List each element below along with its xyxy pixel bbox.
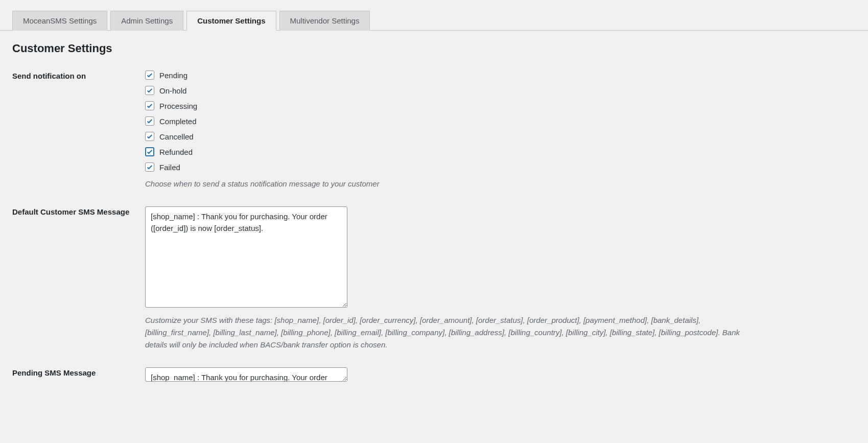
checkbox-refunded[interactable] bbox=[145, 147, 154, 156]
checkbox-row-cancelled: Cancelled bbox=[145, 132, 758, 141]
tab-customer-settings[interactable]: Customer Settings bbox=[186, 11, 276, 31]
checkbox-onhold[interactable] bbox=[145, 86, 154, 95]
checkbox-row-onhold: On-hold bbox=[145, 86, 758, 95]
checkbox-row-pending: Pending bbox=[145, 71, 758, 80]
content-area: Customer Settings Send notification on P… bbox=[0, 42, 868, 420]
checkbox-cancelled[interactable] bbox=[145, 132, 154, 141]
textarea-pending-message[interactable] bbox=[145, 367, 347, 382]
check-icon bbox=[146, 87, 153, 94]
check-icon bbox=[146, 118, 153, 125]
checkbox-label-failed[interactable]: Failed bbox=[159, 163, 180, 172]
checkbox-row-completed: Completed bbox=[145, 116, 758, 126]
tab-moceansms-settings[interactable]: MoceanSMS Settings bbox=[12, 11, 107, 31]
tab-multivendor-settings[interactable]: Multivendor Settings bbox=[279, 11, 370, 31]
checkbox-pending[interactable] bbox=[145, 71, 154, 80]
checkbox-label-cancelled[interactable]: Cancelled bbox=[159, 132, 194, 141]
checkbox-failed[interactable] bbox=[145, 162, 154, 172]
field-send-notification: Pending On-hold Processing Completed bbox=[145, 71, 758, 190]
checkbox-label-onhold[interactable]: On-hold bbox=[159, 86, 186, 95]
row-send-notification: Send notification on Pending On-hold Pro… bbox=[12, 71, 856, 190]
check-icon bbox=[146, 148, 153, 155]
tabs-bar: MoceanSMS Settings Admin Settings Custom… bbox=[0, 10, 868, 31]
page-title: Customer Settings bbox=[12, 42, 856, 55]
row-default-message: Default Customer SMS Message Customize y… bbox=[12, 206, 856, 351]
description-default-message: Customize your SMS with these tags: [sho… bbox=[145, 314, 758, 351]
checkbox-label-completed[interactable]: Completed bbox=[159, 117, 197, 126]
checkbox-row-failed: Failed bbox=[145, 162, 758, 172]
check-icon bbox=[146, 164, 153, 171]
label-default-message: Default Customer SMS Message bbox=[12, 206, 145, 216]
label-pending-message: Pending SMS Message bbox=[12, 367, 145, 377]
checkbox-label-pending[interactable]: Pending bbox=[159, 71, 187, 80]
checkbox-row-refunded: Refunded bbox=[145, 147, 758, 156]
field-default-message: Customize your SMS with these tags: [sho… bbox=[145, 206, 758, 351]
checkbox-label-processing[interactable]: Processing bbox=[159, 102, 197, 110]
description-send-notification: Choose when to send a status notificatio… bbox=[145, 178, 758, 190]
check-icon bbox=[146, 72, 153, 79]
checkbox-processing[interactable] bbox=[145, 101, 154, 110]
check-icon bbox=[146, 102, 153, 109]
textarea-default-message[interactable] bbox=[145, 206, 347, 308]
row-pending-message: Pending SMS Message bbox=[12, 367, 856, 383]
checkbox-label-refunded[interactable]: Refunded bbox=[159, 148, 193, 156]
tab-admin-settings[interactable]: Admin Settings bbox=[110, 11, 183, 31]
label-send-notification: Send notification on bbox=[12, 71, 145, 80]
check-icon bbox=[146, 133, 153, 140]
field-pending-message bbox=[145, 367, 758, 383]
checkbox-row-processing: Processing bbox=[145, 101, 758, 110]
checkbox-completed[interactable] bbox=[145, 116, 154, 126]
